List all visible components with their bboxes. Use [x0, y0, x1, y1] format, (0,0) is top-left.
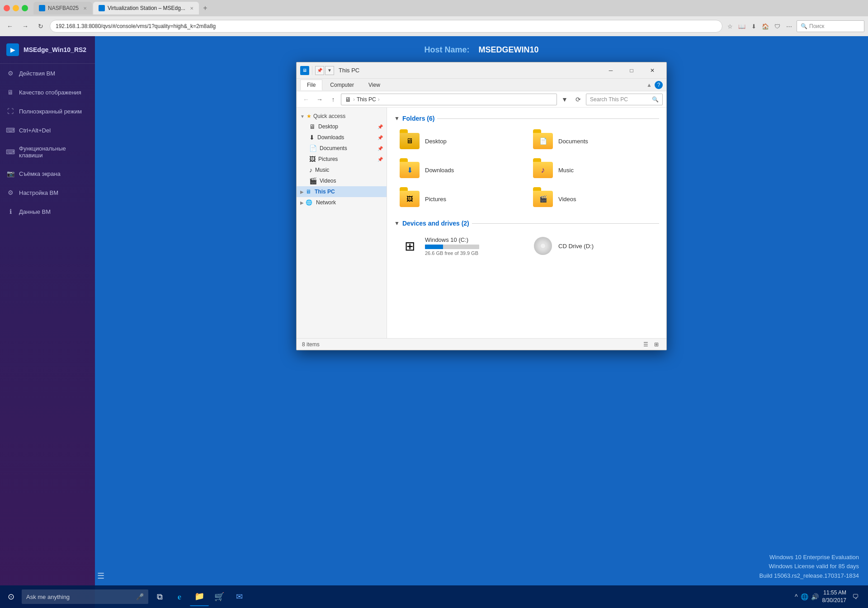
- quick-access-star-icon: ★: [307, 113, 311, 119]
- device-item-d[interactable]: CD Drive (D:): [528, 232, 659, 259]
- music-folder-icon: ♪: [309, 166, 312, 174]
- browser-toolbar-icons: ☆ 📖 ⬇ 🏠 🛡 ⋯: [725, 21, 794, 31]
- taskbar-task-view-button[interactable]: ⧉: [150, 587, 169, 606]
- folder-item-pictures[interactable]: Pictures: [394, 185, 526, 212]
- folders-chevron: ▼: [394, 115, 400, 122]
- nav-network-header[interactable]: ▶ 🌐 Network: [297, 197, 387, 208]
- browser-ebook-icon[interactable]: 📖: [737, 21, 747, 31]
- vm-sidebar-toggle[interactable]: ☰: [97, 571, 104, 581]
- close-traffic-light[interactable]: [4, 5, 10, 11]
- systray-network-icon[interactable]: 🌐: [801, 593, 808, 600]
- host-info-value: MSEDGEWIN10: [479, 45, 539, 55]
- cad-icon: ⌨: [6, 126, 14, 134]
- browser-star-icon[interactable]: ☆: [725, 21, 735, 31]
- tab-close-nasf[interactable]: ✕: [83, 6, 87, 11]
- sidebar-item-quality[interactable]: 🖥 Качество отображения: [0, 83, 95, 102]
- browser-address-bar[interactable]: 192.168.1.38:8080/qvs/#/console/vms/1?qu…: [50, 20, 722, 33]
- browser-back-button[interactable]: ←: [4, 20, 16, 33]
- sidebar-item-desktop[interactable]: 🖥 Desktop 📌: [297, 121, 387, 132]
- win-qs-btn-2[interactable]: ▼: [325, 66, 334, 75]
- win-close-button[interactable]: ✕: [642, 62, 663, 79]
- tab-close-virt[interactable]: ✕: [190, 6, 193, 11]
- tab-label-nasf: NASFBA025: [48, 5, 79, 11]
- taskbar-edge-icon[interactable]: 𝐞: [170, 587, 189, 606]
- ribbon-tab-file[interactable]: File: [300, 80, 322, 90]
- sidebar-item-fnkeys[interactable]: ⌨ Функциональные клавиши: [0, 140, 95, 164]
- sidebar-item-pictures[interactable]: 🖼 Pictures 📌: [297, 154, 387, 165]
- folder-item-music[interactable]: Music: [528, 156, 659, 184]
- ribbon-tab-computer[interactable]: Computer: [323, 80, 361, 90]
- folders-grid: Desktop 📄 Documents: [394, 127, 659, 212]
- folder-item-downloads[interactable]: Downloads: [394, 156, 526, 184]
- ribbon-tab-view[interactable]: View: [362, 80, 387, 90]
- c-drive-bar-bg: [425, 245, 479, 249]
- taskbar-notification-icon[interactable]: 🗨: [850, 591, 861, 602]
- nav-forward-button[interactable]: →: [314, 94, 326, 105]
- browser-download-icon[interactable]: ⬇: [749, 21, 759, 31]
- sidebar-item-actions[interactable]: ⚙ Действия ВМ: [0, 64, 95, 83]
- sidebar-item-settings[interactable]: ⚙ Настройка ВМ: [0, 183, 95, 202]
- device-item-c[interactable]: ⊞ Windows 10 (C:) 26.6 GB free of 39.9 G…: [394, 232, 526, 259]
- ribbon-help-icon[interactable]: ?: [655, 81, 663, 89]
- ribbon-expand-icon[interactable]: ▲: [646, 82, 652, 88]
- folder-item-documents[interactable]: 📄 Documents: [528, 127, 659, 155]
- sidebar-item-cad[interactable]: ⌨ Ctrl+Alt+Del: [0, 121, 95, 140]
- sidebar-item-downloads[interactable]: ⬇ Downloads 📌: [297, 132, 387, 143]
- view-icon-tiles[interactable]: ⊞: [652, 340, 661, 349]
- browser-home-icon[interactable]: 🏠: [760, 21, 770, 31]
- sidebar-item-videos[interactable]: 🎬 Videos: [297, 175, 387, 186]
- taskbar-search-box[interactable]: Ask me anything 🎤: [22, 589, 148, 604]
- win-maximize-button[interactable]: □: [621, 62, 642, 79]
- browser-forward-button[interactable]: →: [19, 20, 32, 33]
- browser-tab-nasf[interactable]: NASFBA025 ✕: [33, 2, 92, 14]
- browser-more-icon[interactable]: ⋯: [784, 21, 794, 31]
- nav-refresh-button[interactable]: ⟳: [572, 94, 584, 105]
- quick-access-chevron: ▼: [300, 114, 305, 119]
- taskbar-clock[interactable]: 11:55 AM 8/30/2017: [822, 589, 846, 604]
- browser-search-bar[interactable]: 🔍 Поиск: [797, 20, 864, 32]
- systray-chevron-icon[interactable]: ^: [795, 593, 798, 600]
- vm-sidebar-title: MSEdge_Win10_RS2: [24, 46, 86, 53]
- win-titlebar-icons: 🖥 📌 ▼: [300, 66, 334, 75]
- nav-dropdown-button[interactable]: ▼: [559, 94, 571, 105]
- browser-shield-icon[interactable]: 🛡: [772, 21, 782, 31]
- vm-sidebar: ▶ MSEdge_Win10_RS2 ⚙ Действия ВМ 🖥 Качес…: [0, 36, 95, 608]
- win-qs-btn-1[interactable]: 📌: [315, 66, 324, 75]
- taskbar-mic-icon[interactable]: 🎤: [136, 593, 144, 600]
- nav-this-pc-header[interactable]: ▶ 🖥 This PC: [297, 186, 387, 197]
- folder-label-music: Music: [558, 167, 574, 174]
- win-minimize-button[interactable]: ─: [600, 62, 621, 79]
- win-titlebar: 🖥 📌 ▼ This PC ─ □ ✕: [297, 62, 666, 79]
- new-tab-button[interactable]: +: [200, 3, 211, 14]
- win-ribbon-tabs: File Computer View ▲ ?: [297, 79, 666, 91]
- nav-up-button[interactable]: ↑: [327, 94, 339, 105]
- pictures-folder-icon: 🖼: [309, 156, 316, 163]
- view-icon-details[interactable]: ☰: [641, 340, 650, 349]
- folder-item-videos[interactable]: Videos: [528, 185, 659, 212]
- browser-tab-virtualization[interactable]: Virtualization Station – MSEdg... ✕: [93, 2, 199, 14]
- sidebar-item-screenshot[interactable]: 📷 Съёмка экрана: [0, 164, 95, 183]
- ribbon-tab-computer-label: Computer: [330, 82, 354, 88]
- taskbar-date: 8/30/2017: [822, 597, 846, 604]
- systray-volume-icon[interactable]: 🔊: [811, 593, 819, 600]
- minimize-traffic-light[interactable]: [13, 5, 19, 11]
- taskbar-cortana-icon[interactable]: ⊙: [4, 589, 18, 604]
- nav-back-button[interactable]: ←: [300, 94, 312, 105]
- nav-address-arrow: ›: [353, 96, 355, 103]
- fullscreen-traffic-light[interactable]: [22, 5, 28, 11]
- sidebar-item-music[interactable]: ♪ Music: [297, 165, 387, 175]
- folder-item-desktop[interactable]: Desktop: [394, 127, 526, 155]
- sidebar-item-documents[interactable]: 📄 Documents 📌: [297, 143, 387, 154]
- browser-refresh-button[interactable]: ↻: [34, 20, 47, 33]
- systray-icons: ^ 🌐 🔊: [795, 593, 819, 600]
- screenshot-label: Съёмка экрана: [19, 170, 61, 177]
- taskbar-explorer-icon[interactable]: 📁: [190, 587, 209, 606]
- sidebar-item-data[interactable]: ℹ Данные ВМ: [0, 202, 95, 221]
- nav-quick-access-header[interactable]: ▼ ★ Quick access: [297, 111, 387, 121]
- taskbar-store-icon[interactable]: 🛒: [210, 587, 229, 606]
- nav-address-bar[interactable]: 🖥 › This PC ›: [341, 94, 557, 105]
- sidebar-item-fullscreen[interactable]: ⛶ Полноэкранный режим: [0, 102, 95, 121]
- nav-search-bar[interactable]: Search This PC 🔍: [586, 94, 663, 105]
- taskbar-mail-icon[interactable]: ✉: [230, 587, 249, 606]
- taskbar-icons: ⧉ 𝐞 📁 🛒 ✉: [150, 587, 789, 606]
